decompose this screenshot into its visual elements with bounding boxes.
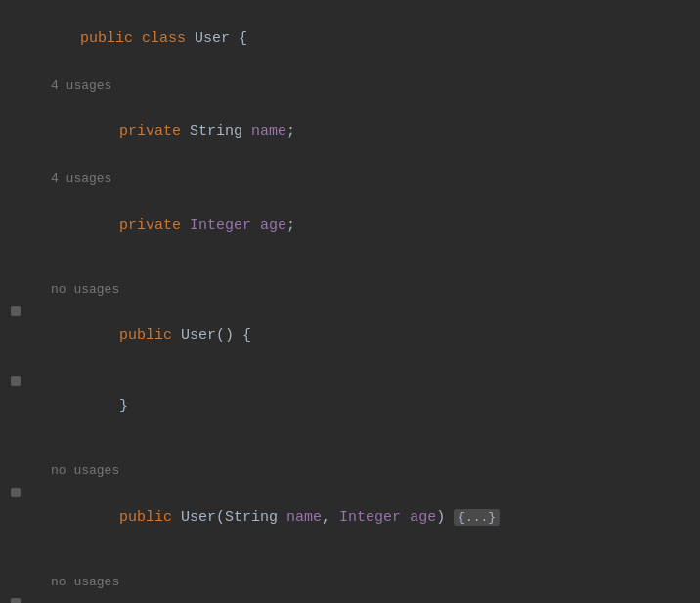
fold-icon-15[interactable] <box>11 598 21 603</box>
usage-hint-4: no usages <box>0 459 700 482</box>
fold-icon-12[interactable] <box>11 488 21 497</box>
type-string-1: String <box>190 123 251 140</box>
punct-semi-1: ; <box>286 123 295 140</box>
keyword-private-1: private <box>119 123 190 140</box>
line-content-5: private Integer age; <box>27 191 692 261</box>
keyword-public-3: public <box>119 509 181 526</box>
gutter-9 <box>8 376 23 386</box>
classname-user: User <box>195 30 239 47</box>
usage-hint-1: 4 usages <box>0 74 700 97</box>
keyword-class: class <box>142 30 195 47</box>
code-line-5: private Integer age; <box>0 191 700 261</box>
fold-icon-8[interactable] <box>11 306 21 316</box>
punct-comma: , <box>322 509 339 526</box>
line-content-9: } <box>27 371 692 442</box>
gutter-12 <box>8 488 23 497</box>
var-name: name <box>251 123 286 140</box>
fold-icon-9[interactable] <box>11 376 21 386</box>
code-line-8: public User() { <box>0 301 700 371</box>
keyword-public-2: public <box>119 327 181 344</box>
line-content-3: private String name; <box>27 97 692 167</box>
empty-line-3 <box>0 553 700 571</box>
keyword-private-2: private <box>119 217 190 234</box>
punct-paren-2: ( <box>216 509 225 526</box>
punct-semi-2: ; <box>286 217 295 234</box>
empty-line-1 <box>0 261 700 279</box>
code-editor: public class User { 4 usages private Str… <box>0 0 700 603</box>
gutter-15 <box>8 598 23 603</box>
punct-paren-close: ) <box>436 509 454 526</box>
line-content-12: public User(String name, Integer age) {.… <box>27 483 692 553</box>
var-age: age <box>260 217 286 234</box>
code-line-1: public class User { <box>0 4 700 74</box>
line-content-1: public class User { <box>27 4 692 74</box>
usage-hint-5: no usages <box>0 571 700 593</box>
code-line-9: } <box>0 371 700 442</box>
constructor-2: User <box>181 509 216 526</box>
usage-hint-3: no usages <box>0 279 700 301</box>
param-name: name <box>286 509 322 526</box>
line-content-8: public User() { <box>27 301 692 371</box>
line-content-15: public String getName() { return name; } <box>27 593 692 603</box>
punct-paren-1: () { <box>216 327 251 344</box>
punct-brace: { <box>239 30 247 47</box>
code-line-15: public String getName() { return name; } <box>0 593 700 603</box>
code-line-12: public User(String name, Integer age) {.… <box>0 483 700 553</box>
collapsed-block-1[interactable]: {...} <box>454 509 500 526</box>
type-string-2: String <box>225 509 286 526</box>
keyword-public: public <box>80 30 142 47</box>
constructor-1: User <box>181 327 216 344</box>
type-integer-2: Integer <box>339 509 410 526</box>
gutter-8 <box>8 306 23 316</box>
code-line-3: private String name; <box>0 97 700 167</box>
type-integer: Integer <box>190 217 260 234</box>
usage-hint-2: 4 usages <box>0 167 700 190</box>
param-age: age <box>410 509 436 526</box>
empty-line-2 <box>0 442 700 459</box>
punct-close-1: } <box>119 398 128 414</box>
